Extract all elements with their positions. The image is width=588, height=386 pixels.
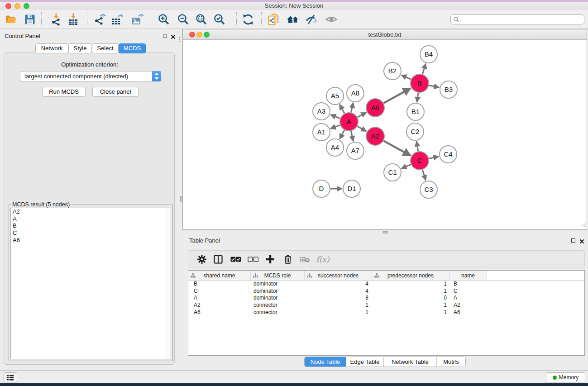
cell[interactable]: 0 [372, 295, 449, 302]
cell[interactable]: C [188, 288, 251, 295]
gear-icon[interactable] [196, 253, 208, 266]
edge-A-A1[interactable] [331, 125, 340, 129]
tab-motifs[interactable]: Motifs [436, 357, 465, 367]
table-row[interactable]: C dominator 4 1 C [188, 288, 584, 295]
edge-A-A2[interactable] [357, 126, 366, 131]
refresh-icon[interactable] [241, 13, 255, 26]
tab-select[interactable]: Select [92, 43, 119, 53]
zoom-in-icon[interactable] [157, 13, 171, 26]
tab-network[interactable]: Network [35, 43, 68, 53]
cell[interactable]: connector [251, 302, 305, 309]
edge-A-A5[interactable] [340, 105, 344, 113]
node-A2[interactable]: A2 [366, 127, 384, 145]
cell[interactable]: B [188, 281, 251, 288]
delete-column-trash-icon[interactable] [282, 253, 294, 266]
panel-splitter-grip[interactable] [177, 36, 181, 48]
network-canvas[interactable]: AA1A2A3A4A5A6A7A8BB1B2B3B4CC1C2C3C4DD1 [183, 40, 587, 229]
node-C3[interactable]: C3 [420, 181, 437, 198]
edge-A2-C[interactable] [383, 141, 410, 156]
node-D1[interactable]: D1 [343, 180, 360, 197]
node-B3[interactable]: B3 [440, 81, 457, 98]
edge-A6-B[interactable] [383, 88, 410, 103]
tab-node-table[interactable]: Node Table [305, 357, 346, 367]
edge-A-A3[interactable] [331, 115, 340, 119]
table-row[interactable]: B dominator 4 1 B [188, 281, 584, 288]
node-C1[interactable]: C1 [384, 164, 401, 181]
cell[interactable]: 8 [305, 295, 372, 302]
cell[interactable]: connector [251, 309, 305, 316]
horizontal-splitter-handle[interactable] [382, 231, 388, 234]
scrollbar[interactable] [165, 208, 171, 359]
edge-C-C1[interactable] [402, 164, 411, 168]
table-row[interactable]: A6 connector 1 1 A6 [188, 309, 584, 316]
save-session-icon[interactable] [23, 13, 37, 26]
window-resize-grip[interactable] [580, 221, 586, 229]
import-table-icon[interactable] [67, 13, 80, 26]
node-A3[interactable]: A3 [313, 103, 330, 120]
table-row[interactable]: A2 connector 1 1 A2 [188, 302, 584, 309]
edge-C-C3[interactable] [422, 170, 425, 180]
edge-A-A7[interactable] [351, 131, 353, 141]
node-A7[interactable]: A7 [347, 142, 364, 159]
close-panel-button[interactable]: Close panel [92, 87, 139, 97]
tab-mcds[interactable]: MCDS [119, 43, 146, 53]
search-field[interactable] [450, 14, 584, 24]
zoom-fit-icon[interactable] [195, 13, 208, 26]
cell[interactable]: 1 [305, 309, 372, 316]
cell[interactable]: 1 [305, 302, 372, 309]
cell[interactable]: A2 [188, 302, 251, 309]
edge-A-A6[interactable] [358, 113, 366, 117]
result-item[interactable]: B [11, 222, 171, 229]
edge-B-B4[interactable] [422, 64, 425, 74]
column-header-shared-name[interactable]: shared name [188, 271, 251, 281]
network-snapshot-icon[interactable] [267, 13, 280, 26]
node-C4[interactable]: C4 [440, 146, 457, 163]
cell[interactable]: 1 [372, 309, 449, 316]
cell[interactable]: 1 [372, 288, 449, 295]
edge-C-C2[interactable] [416, 142, 418, 152]
search-input[interactable] [459, 16, 584, 23]
memory-button[interactable]: Memory [546, 372, 585, 382]
node-A6[interactable]: A6 [366, 99, 384, 117]
deselect-all-checkboxes-icon[interactable] [247, 253, 259, 266]
edge-A-A4[interactable] [340, 130, 344, 138]
node-B2[interactable]: B2 [384, 62, 401, 80]
cell[interactable]: A6 [188, 309, 251, 316]
import-network-icon[interactable] [49, 13, 63, 26]
show-eye-icon[interactable] [325, 13, 338, 26]
edge-A-A8[interactable] [351, 103, 354, 112]
cell[interactable]: A6 [449, 309, 487, 316]
cell[interactable]: B [449, 281, 487, 288]
node-A8[interactable]: A8 [347, 85, 364, 102]
delete-table-icon[interactable] [298, 253, 311, 266]
cell[interactable]: dominator [251, 295, 305, 302]
node-A5[interactable]: A5 [326, 87, 344, 105]
cell[interactable]: dominator [251, 281, 305, 288]
export-table-icon[interactable] [110, 13, 124, 26]
tab-edge-table[interactable]: Edge Table [346, 357, 383, 367]
open-file-icon[interactable] [4, 13, 18, 26]
cell[interactable]: A [449, 295, 487, 302]
column-header-successor-nodes[interactable]: successor nodes [305, 271, 372, 281]
edge-B-B2[interactable] [402, 75, 411, 79]
network-window-titlebar[interactable]: testGlobe.txt [183, 29, 587, 40]
node-A1[interactable]: A1 [313, 124, 330, 141]
node-D[interactable]: D [313, 180, 330, 197]
close-table-panel-icon[interactable] [579, 238, 584, 246]
select-stepper-icon[interactable] [152, 71, 161, 81]
function-builder-icon[interactable]: f(x) [315, 253, 331, 266]
edge-B-B1[interactable] [417, 93, 418, 102]
cell[interactable]: 4 [305, 288, 372, 295]
select-all-checkboxes-icon[interactable] [229, 253, 242, 266]
cell[interactable]: dominator [251, 288, 305, 295]
cell[interactable]: A [188, 295, 251, 302]
run-mcds-button[interactable]: Run MCDS [42, 87, 86, 97]
zoom-selected-icon[interactable] [213, 13, 226, 26]
optimization-criterion-select[interactable]: largest connected component (directed) [20, 71, 161, 81]
column-header-predecessor-nodes[interactable]: predecessor nodes [372, 271, 449, 281]
reset-layout-homes-icon[interactable] [286, 13, 300, 26]
cell[interactable]: 1 [372, 281, 449, 288]
tab-network-table[interactable]: Network Table [383, 357, 436, 367]
edge-C-C4[interactable] [429, 157, 438, 159]
float-panel-icon[interactable] [163, 34, 167, 38]
